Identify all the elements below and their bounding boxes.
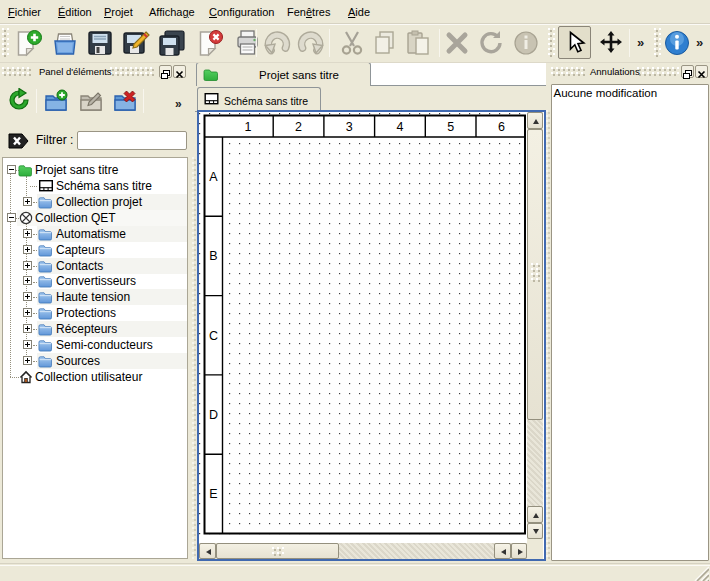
- svg-text:A: A: [209, 170, 218, 184]
- svg-text:B: B: [209, 249, 217, 263]
- svg-text:4: 4: [397, 120, 404, 134]
- svg-text:5: 5: [447, 120, 454, 134]
- svg-text:2: 2: [295, 120, 302, 134]
- svg-text:6: 6: [498, 120, 505, 134]
- svg-text:3: 3: [346, 120, 353, 134]
- svg-text:C: C: [209, 329, 218, 343]
- svg-text:D: D: [209, 408, 218, 422]
- svg-text:1: 1: [244, 120, 251, 134]
- svg-text:E: E: [209, 487, 217, 501]
